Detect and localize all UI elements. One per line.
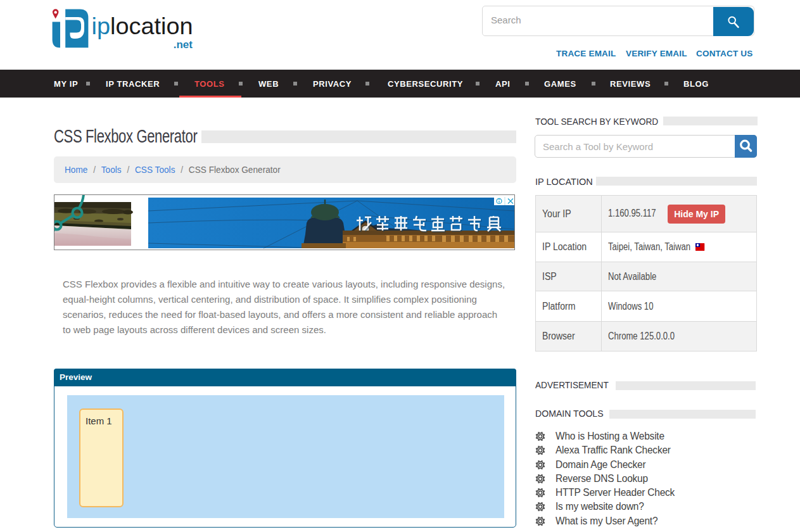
svg-text:.net: .net <box>174 39 193 51</box>
svg-text:iplocation: iplocation <box>92 13 193 39</box>
